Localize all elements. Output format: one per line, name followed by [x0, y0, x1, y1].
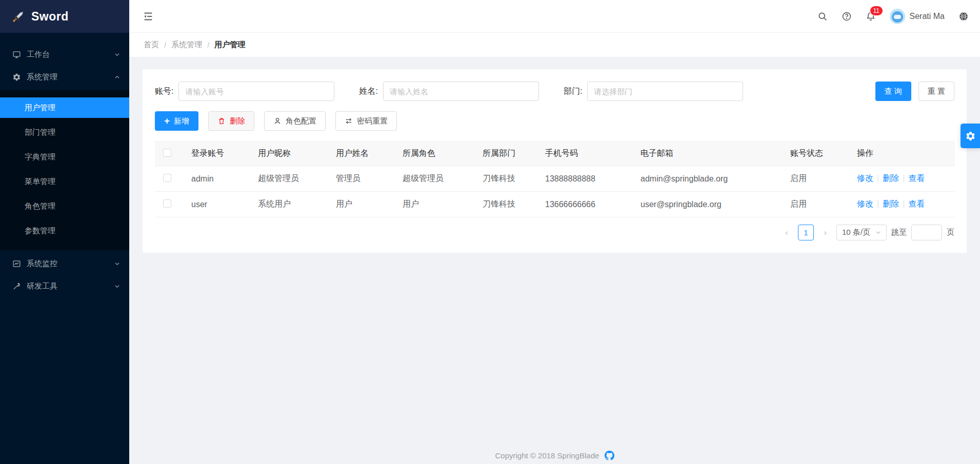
- sidebar-item-system-monitor[interactable]: 系统监控: [0, 253, 129, 274]
- user-table: 登录账号 用户昵称 用户姓名 所属角色 所属部门 手机号码 电子邮箱 账号状态 …: [155, 141, 955, 217]
- menu-fold-icon[interactable]: [143, 11, 154, 22]
- delete-link[interactable]: 删除: [883, 199, 899, 208]
- add-button[interactable]: + 新增: [155, 111, 198, 131]
- username: Serati Ma: [910, 12, 945, 21]
- page-number[interactable]: 1: [798, 225, 814, 240]
- cell-login: admin: [183, 166, 250, 192]
- view-link[interactable]: 查看: [908, 174, 925, 183]
- row-checkbox[interactable]: [163, 199, 171, 208]
- copyright-text: Copyright © 2018 SpringBlade: [495, 451, 599, 460]
- account-input[interactable]: [178, 82, 334, 101]
- sidebar: Sword 工作台 系统管理: [0, 0, 129, 464]
- main-area: 11 Serati Ma 首页 / 系统管理 / 用户管理: [129, 0, 980, 464]
- globe-icon[interactable]: [958, 11, 969, 22]
- sidebar-menu: 工作台 系统管理 用户管理 部门管理 字典管理 菜单管理 角色管理: [0, 33, 129, 298]
- view-link[interactable]: 查看: [908, 199, 925, 208]
- submenu-item-label: 部门管理: [25, 128, 55, 137]
- sidebar-submenu-system: 用户管理 部门管理 字典管理 菜单管理 角色管理 参数管理: [0, 90, 129, 250]
- topbar-actions: 11 Serati Ma: [817, 9, 969, 24]
- cell-email: user@springblade.org: [632, 192, 782, 217]
- breadcrumb: 首页 / 系统管理 / 用户管理: [129, 33, 980, 57]
- select-all-checkbox[interactable]: [163, 149, 171, 157]
- table-row: admin 超级管理员 管理员 超级管理员 刀锋科技 13888888888 a…: [155, 166, 955, 192]
- col-nickname: 用户昵称: [250, 142, 328, 166]
- jump-page-input[interactable]: [911, 225, 942, 240]
- row-checkbox[interactable]: [163, 174, 171, 182]
- next-page-button[interactable]: ›: [818, 225, 832, 240]
- sidebar-item-dev-tools[interactable]: 研发工具: [0, 276, 129, 296]
- cell-role: 用户: [394, 192, 474, 217]
- action-divider: |: [903, 174, 905, 183]
- edit-link[interactable]: 修改: [857, 199, 873, 208]
- trash-icon: [217, 117, 226, 125]
- chevron-down-icon: [114, 282, 120, 291]
- table-row: user 系统用户 用户 用户 刀锋科技 13666666666 user@sp…: [155, 192, 955, 217]
- jump-label: 跳至: [891, 228, 907, 237]
- delete-button[interactable]: 删除: [208, 111, 254, 131]
- cell-name: 管理员: [328, 166, 394, 192]
- logo[interactable]: Sword: [0, 0, 129, 33]
- breadcrumb-system[interactable]: 系统管理: [171, 40, 202, 50]
- table-header-row: 登录账号 用户昵称 用户姓名 所属角色 所属部门 手机号码 电子邮箱 账号状态 …: [155, 142, 955, 166]
- delete-link[interactable]: 删除: [883, 174, 899, 183]
- logo-title: Sword: [31, 10, 69, 24]
- submenu-item-label: 角色管理: [25, 201, 55, 211]
- sidebar-item-role-management[interactable]: 角色管理: [0, 196, 129, 216]
- user-menu[interactable]: Serati Ma: [890, 9, 945, 24]
- sidebar-item-menu-management[interactable]: 菜单管理: [0, 171, 129, 192]
- password-reset-label: 密码重置: [357, 116, 388, 126]
- search-button[interactable]: 查 询: [875, 82, 911, 101]
- dept-label: 部门:: [564, 86, 582, 97]
- cell-email: admin@springblade.org: [632, 166, 782, 192]
- gear-icon: [965, 131, 976, 142]
- help-icon[interactable]: [842, 11, 852, 22]
- breadcrumb-home[interactable]: 首页: [144, 40, 159, 50]
- page-size-select[interactable]: 10 条/页: [836, 225, 887, 240]
- cell-nickname: 系统用户: [250, 192, 328, 217]
- action-divider: |: [877, 174, 879, 183]
- sidebar-item-label: 工作台: [27, 50, 50, 59]
- sidebar-item-label: 研发工具: [27, 281, 57, 291]
- cell-nickname: 超级管理员: [250, 166, 328, 192]
- name-input[interactable]: [383, 82, 539, 101]
- col-role: 所属角色: [394, 142, 474, 166]
- role-config-button[interactable]: 角色配置: [264, 111, 326, 131]
- swap-icon: [345, 117, 353, 125]
- github-icon[interactable]: [605, 451, 614, 460]
- sidebar-item-workbench[interactable]: 工作台: [0, 44, 129, 65]
- col-name: 用户姓名: [328, 142, 394, 166]
- breadcrumb-separator: /: [164, 41, 166, 49]
- sidebar-item-dict-management[interactable]: 字典管理: [0, 147, 129, 167]
- add-button-label: 新增: [174, 116, 189, 126]
- filter-account: 账号:: [155, 82, 334, 101]
- desktop-icon: [12, 50, 21, 59]
- page-content: 账号: 姓名: 部门: 查 询 重 置: [129, 57, 980, 464]
- cell-login: user: [183, 192, 250, 217]
- col-status: 账号状态: [782, 142, 849, 166]
- settings-fab-button[interactable]: [961, 124, 980, 148]
- sidebar-item-system-management[interactable]: 系统管理: [0, 67, 129, 87]
- dept-select[interactable]: [587, 82, 743, 101]
- chevron-up-icon: [114, 73, 120, 82]
- app-root: Sword 工作台 系统管理: [0, 0, 980, 464]
- sidebar-item-user-management[interactable]: 用户管理: [0, 97, 129, 118]
- notifications-button[interactable]: 11: [866, 11, 876, 22]
- cell-dept: 刀锋科技: [474, 166, 537, 192]
- breadcrumb-separator: /: [207, 41, 209, 49]
- user-icon: [273, 117, 282, 125]
- sidebar-item-param-management[interactable]: 参数管理: [0, 220, 129, 241]
- prev-page-button[interactable]: ‹: [780, 225, 793, 240]
- chevron-down-icon: [114, 259, 120, 268]
- cell-status: 启用: [782, 166, 849, 192]
- filter-dept: 部门:: [564, 82, 743, 101]
- sidebar-item-dept-management[interactable]: 部门管理: [0, 122, 129, 143]
- cell-phone: 13666666666: [537, 192, 632, 217]
- reset-button[interactable]: 重 置: [918, 82, 954, 101]
- name-label: 姓名:: [359, 86, 377, 97]
- filter-name: 姓名:: [359, 82, 538, 101]
- action-divider: |: [903, 199, 905, 208]
- search-icon[interactable]: [817, 11, 828, 22]
- cell-phone: 13888888888: [537, 166, 632, 192]
- edit-link[interactable]: 修改: [857, 174, 873, 183]
- password-reset-button[interactable]: 密码重置: [335, 111, 397, 131]
